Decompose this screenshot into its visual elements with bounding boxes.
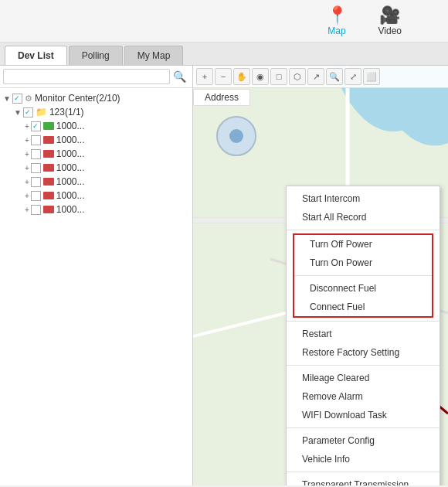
- menu-item-start-all-record[interactable]: Start All Record: [287, 208, 440, 226]
- fullscreen-btn[interactable]: ⤢: [344, 68, 361, 85]
- menu-item-remove-alarm[interactable]: Remove Alarm: [287, 387, 440, 406]
- tab-polling[interactable]: Polling: [69, 46, 123, 65]
- nav-circle-bg[interactable]: [216, 116, 256, 156]
- map-label: Map: [328, 26, 345, 36]
- menu-item-transparent-transmission[interactable]: Transparent Transmission: [287, 475, 440, 485]
- menu-item-restore-factory[interactable]: Restore Factory Setting: [287, 343, 440, 362]
- device-status-icon: [43, 150, 54, 158]
- map-nav-btn[interactable]: 📍 Map: [327, 5, 348, 36]
- video-icon: 🎥: [379, 5, 400, 26]
- tree-child[interactable]: ▼ ✓ 📁 123(1/1): [0, 105, 192, 119]
- tree-root[interactable]: ▼ ✓ ⚙ Monitor Center(2/10): [0, 91, 192, 105]
- line-tool-btn[interactable]: ↗: [307, 68, 324, 85]
- layers-btn[interactable]: ⬜: [363, 68, 380, 85]
- nav-circle[interactable]: [216, 116, 256, 156]
- monitor-icon: ⚙: [25, 94, 32, 104]
- menu-separator-3: [287, 365, 440, 366]
- tab-devlist[interactable]: Dev List: [5, 46, 67, 65]
- point-tool-btn[interactable]: ◉: [252, 68, 269, 85]
- list-item[interactable]: + 1000...: [0, 133, 192, 147]
- device-status-icon: [43, 192, 54, 199]
- menu-item-start-intercom[interactable]: Start Intercom: [287, 189, 440, 208]
- device-status-icon: [43, 122, 54, 130]
- device-tree: ▼ ✓ ⚙ Monitor Center(2/10) ▼ ✓ 📁 123(1/1…: [0, 88, 192, 220]
- child-expand-icon: ▼: [14, 108, 22, 117]
- zoom-in-btn[interactable]: +: [196, 68, 213, 85]
- search-input[interactable]: [3, 69, 170, 84]
- device-status-icon: [43, 178, 54, 186]
- device-status-icon: [43, 136, 54, 144]
- video-label: Video: [378, 26, 402, 36]
- power-fuel-group: Turn Off Power Turn On Power Disconnect …: [293, 233, 433, 318]
- polygon-tool-btn[interactable]: ⬡: [289, 68, 306, 85]
- rect-tool-btn[interactable]: □: [270, 68, 287, 85]
- list-item[interactable]: + ✓ 1000...: [0, 119, 192, 133]
- map-icon: 📍: [327, 5, 348, 26]
- context-menu: Start Intercom Start All Record Turn Off…: [286, 186, 440, 485]
- map-background[interactable]: + − ✋ ◉ □ ⬡ ↗ 🔍 ⤢ ⬜ Address: [193, 66, 448, 485]
- expand-icon: ▼: [3, 94, 11, 103]
- main-area: 🔍 ▼ ✓ ⚙ Monitor Center(2/10) ▼ ✓ 📁 123(1…: [0, 66, 448, 485]
- list-item[interactable]: + 1000...: [0, 147, 192, 161]
- menu-item-wifi-download[interactable]: WIFI Download Task: [287, 406, 440, 424]
- address-label: Address: [205, 92, 239, 103]
- map-toolbar: + − ✋ ◉ □ ⬡ ↗ 🔍 ⤢ ⬜: [193, 66, 448, 88]
- menu-separator-5: [287, 472, 440, 472]
- menu-item-turn-on-power[interactable]: Turn On Power: [294, 254, 432, 272]
- search-button[interactable]: 🔍: [170, 69, 189, 84]
- menu-separator-4: [287, 427, 440, 428]
- menu-item-connect-fuel[interactable]: Connect Fuel: [294, 298, 432, 316]
- device-status-icon: [43, 206, 54, 213]
- menu-separator-2: [287, 321, 440, 322]
- menu-item-disconnect-fuel[interactable]: Disconnect Fuel: [294, 279, 432, 298]
- menu-item-restart[interactable]: Restart: [287, 325, 440, 343]
- list-item[interactable]: + 1000...: [0, 203, 192, 216]
- folder-icon: 📁: [36, 107, 47, 117]
- search-map-btn[interactable]: 🔍: [326, 68, 343, 85]
- nav-circle-inner: [229, 129, 243, 143]
- list-item[interactable]: + 1000...: [0, 189, 192, 203]
- child-checkbox[interactable]: ✓: [23, 107, 33, 117]
- menu-item-turn-off-power[interactable]: Turn Off Power: [294, 235, 432, 254]
- root-checkbox[interactable]: ✓: [12, 94, 22, 104]
- tab-mymap[interactable]: My Map: [124, 46, 184, 65]
- pan-tool-btn[interactable]: ✋: [233, 68, 250, 85]
- menu-item-param-config[interactable]: Parameter Config: [287, 431, 440, 450]
- map-area: + − ✋ ◉ □ ⬡ ↗ 🔍 ⤢ ⬜ Address: [193, 66, 448, 485]
- tree-root-label: Monitor Center(2/10): [35, 93, 120, 104]
- tree-child-label: 123(1/1): [49, 107, 84, 117]
- menu-separator-fuel: [294, 275, 432, 276]
- list-item[interactable]: + 1000...: [0, 161, 192, 175]
- device-status-icon: [43, 164, 54, 172]
- tab-bar: Dev List Polling My Map: [0, 43, 448, 66]
- left-panel: 🔍 ▼ ✓ ⚙ Monitor Center(2/10) ▼ ✓ 📁 123(1…: [0, 66, 193, 485]
- search-bar: 🔍: [0, 66, 192, 88]
- menu-item-mileage-cleared[interactable]: Mileage Cleared: [287, 369, 440, 387]
- list-item[interactable]: + 1000...: [0, 175, 192, 189]
- menu-item-vehicle-info[interactable]: Vehicle Info: [287, 450, 440, 468]
- video-nav-btn[interactable]: 🎥 Video: [378, 5, 402, 36]
- address-tab[interactable]: Address: [193, 89, 250, 106]
- menu-separator-1: [287, 230, 440, 230]
- zoom-out-btn[interactable]: −: [215, 68, 232, 85]
- header: 📍 Map 🎥 Video: [0, 0, 448, 43]
